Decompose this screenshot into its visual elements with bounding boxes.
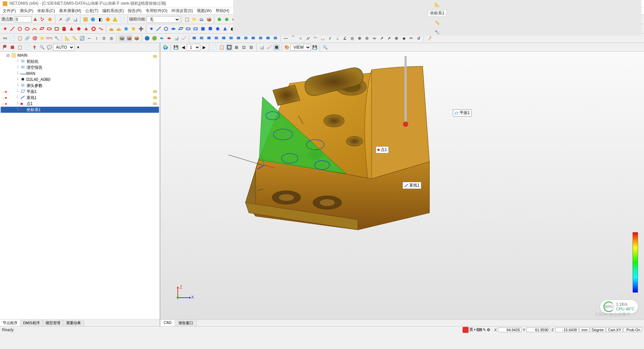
menu-视图(W)[interactable]: 视图(W): [197, 8, 211, 14]
arc-tool-icon[interactable]: [31, 26, 38, 32]
r3-18[interactable]: 🟢: [151, 35, 158, 42]
r3-2[interactable]: 📋: [16, 35, 23, 42]
vt-10[interactable]: 🔳: [273, 44, 280, 51]
menu-环境设置(S)[interactable]: 环境设置(S): [171, 8, 193, 14]
coord-sys-tag[interactable]: 坐标系1: [428, 10, 447, 17]
surf-tool-1[interactable]: [108, 26, 115, 32]
menu-坐标系(C)[interactable]: 坐标系(C): [37, 8, 55, 14]
tree-item[interactable]: └坐标系1: [1, 107, 159, 113]
tol-3[interactable]: ○: [297, 35, 304, 42]
left-t3[interactable]: 🔍: [39, 44, 45, 51]
left-tab[interactable]: DMIS程序: [20, 320, 43, 326]
left-pin-icon[interactable]: [31, 44, 38, 51]
tree-item[interactable]: └测头参数: [1, 83, 159, 89]
vt-4[interactable]: 🔲: [226, 44, 232, 51]
ime-opt2[interactable]: ⌨: [476, 328, 482, 332]
vt-7[interactable]: ⊟: [248, 44, 255, 51]
tool-a2[interactable]: 📊: [72, 16, 78, 23]
cluster-icon[interactable]: [47, 16, 53, 23]
blue-feat-3[interactable]: [163, 26, 169, 32]
tol-13[interactable]: ⌯: [371, 35, 378, 42]
menu-帮助(H)[interactable]: 帮助(H): [216, 8, 229, 14]
r3-13[interactable]: ◎: [108, 35, 115, 42]
tool-b4[interactable]: 📦: [206, 16, 212, 23]
ellipse-tool-icon[interactable]: [24, 26, 31, 32]
tree-item[interactable]: └清空报告: [1, 64, 159, 70]
sphere-tool-icon[interactable]: [75, 26, 82, 32]
tol-19[interactable]: d: [415, 35, 422, 42]
menubar-tool-1[interactable]: 📏: [434, 19, 441, 26]
tool-a3[interactable]: ◧: [97, 16, 104, 23]
label-line[interactable]: 直线1: [402, 182, 421, 189]
r3-16[interactable]: 📦: [133, 35, 140, 42]
blue-feat-10[interactable]: [214, 26, 221, 32]
tol-9[interactable]: ∠: [341, 35, 348, 42]
r3-22[interactable]: 📈: [180, 35, 187, 42]
point-count-input[interactable]: [15, 16, 32, 22]
right-tab[interactable]: 报告窗口: [175, 320, 197, 326]
r3-3[interactable]: 🔗: [24, 35, 31, 42]
tol-4[interactable]: ⌭: [305, 35, 311, 42]
left-tab[interactable]: 测量结果: [63, 320, 84, 326]
tol-1[interactable]: —: [282, 35, 289, 42]
r3-10[interactable]: ↔: [86, 35, 93, 42]
tol-8[interactable]: ⟂: [334, 35, 341, 42]
r3-4[interactable]: 🎯: [31, 35, 38, 42]
r3-6[interactable]: 🔧: [53, 35, 60, 42]
tree-item[interactable]: └初始化: [1, 58, 159, 64]
right-tab[interactable]: CAD: [160, 320, 175, 326]
aux-select[interactable]: 无: [147, 16, 180, 23]
menubar-tool-2[interactable]: 🔧: [434, 29, 441, 36]
cyl-ico-10[interactable]: [257, 35, 264, 42]
cone-icon[interactable]: [32, 16, 39, 23]
left-t2[interactable]: 📄: [24, 44, 31, 51]
line-tool-icon[interactable]: [9, 26, 16, 32]
menu-公差(T)[interactable]: 公差(T): [85, 8, 98, 14]
run-icon[interactable]: ↗: [57, 16, 64, 23]
left-t1[interactable]: 📋: [16, 44, 23, 51]
vt-8[interactable]: 📊: [258, 44, 265, 51]
tol-2[interactable]: ⌒: [290, 35, 297, 42]
cone-tool-icon[interactable]: [68, 26, 75, 32]
tree-root[interactable]: ⊟ MAIN: [1, 52, 159, 58]
surf-tool-3[interactable]: [123, 26, 129, 32]
rps-icon[interactable]: RPS: [46, 35, 53, 42]
surf-tool-2[interactable]: [115, 26, 122, 32]
cyl-ico-11[interactable]: [265, 35, 271, 42]
left-t4[interactable]: 💬: [46, 44, 53, 51]
r3-17[interactable]: 🔵: [144, 35, 150, 42]
cyl-ico-5[interactable]: [220, 35, 227, 42]
view-select[interactable]: VIEW: [290, 44, 311, 51]
r3-9[interactable]: 🔄: [78, 35, 85, 42]
cylinder-tool-icon[interactable]: [61, 26, 67, 32]
label-plane[interactable]: 平面1: [453, 109, 472, 116]
tree-item[interactable]: └MANMAN: [1, 70, 159, 77]
tol-14[interactable]: ↗: [378, 35, 385, 42]
tol-12[interactable]: ⊖: [364, 35, 370, 42]
vt-5[interactable]: ⊞: [233, 44, 240, 51]
coord-sys-icon[interactable]: 📐: [435, 2, 440, 7]
cyl-ico-8[interactable]: [243, 35, 249, 42]
warn-icon[interactable]: [112, 16, 118, 23]
tol-18[interactable]: ✂: [408, 35, 415, 42]
scatter-icon[interactable]: [39, 16, 46, 23]
blue-feat-5[interactable]: [177, 26, 184, 32]
cyl-ico-6[interactable]: [228, 35, 234, 42]
left-flag-icon[interactable]: [2, 44, 8, 51]
projection[interactable]: Cart-XY: [606, 328, 623, 332]
r3-12[interactable]: ⊙: [101, 35, 107, 42]
menu-报告(R)[interactable]: 报告(R): [128, 8, 142, 14]
circle-tool-icon[interactable]: [16, 26, 23, 32]
r3-8[interactable]: 📏: [71, 35, 78, 42]
blue-feat-1[interactable]: [148, 26, 155, 32]
vt-next-icon[interactable]: ▶: [201, 44, 207, 51]
tree-item[interactable]: ☼●└平面1: [1, 89, 159, 95]
vt-zoom-icon[interactable]: 🔍: [322, 44, 328, 51]
tool-a5[interactable]: 📄: [119, 16, 126, 23]
cyl-ico-9[interactable]: [250, 35, 257, 42]
sphere-icon[interactable]: [90, 16, 96, 23]
vt-save-icon[interactable]: 💾: [172, 44, 179, 51]
blue-feat-7[interactable]: [192, 26, 199, 32]
tol-11[interactable]: ⊕: [356, 35, 363, 42]
cyl-ico-3[interactable]: [206, 35, 212, 42]
